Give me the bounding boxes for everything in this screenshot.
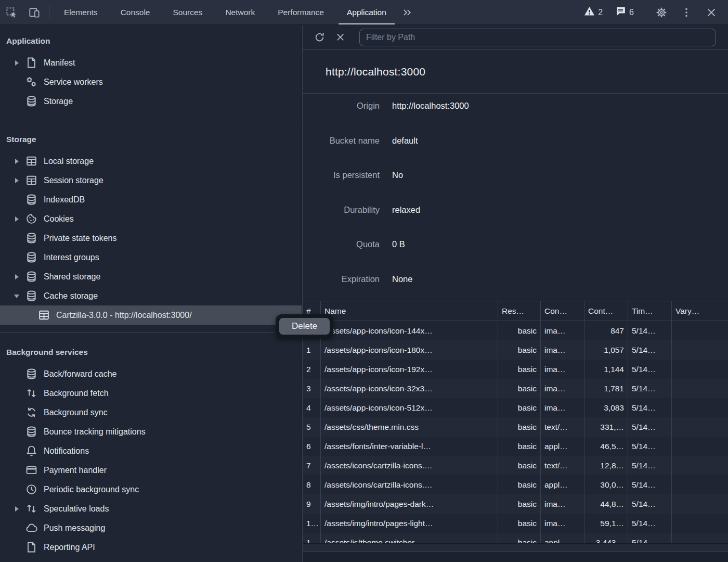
tree-item[interactable]: Payment handler <box>0 461 302 480</box>
column-header-name[interactable]: Name <box>320 301 498 321</box>
tree-item[interactable]: Manifest <box>0 53 302 72</box>
settings-button[interactable] <box>650 7 673 18</box>
panel-tab[interactable]: Sources <box>162 0 214 24</box>
messages-badge[interactable]: 6 <box>610 6 639 19</box>
tree-item[interactable]: Private state tokens <box>0 228 302 248</box>
panel-tab[interactable]: Elements <box>53 0 109 24</box>
column-header-content-type[interactable]: Con… <box>540 301 584 321</box>
filter-by-path-input[interactable] <box>359 29 716 46</box>
cache-entry-row[interactable]: 7 /assets/icons/cartzilla-icons.… basic … <box>303 456 728 475</box>
tree-item[interactable]: Local storage <box>0 151 302 171</box>
tree-item-label: Storage <box>44 97 73 106</box>
expander-icon[interactable] <box>12 157 21 165</box>
cache-entry-row[interactable]: 2 /assets/app-icons/icon-192x… basic ima… <box>303 360 728 379</box>
tree-item[interactable]: Reporting API <box>0 538 302 557</box>
cache-entry-row[interactable]: 5 /assets/css/theme.min.css basic text/…… <box>303 417 728 437</box>
expander-icon[interactable] <box>12 215 21 223</box>
context-menu: Delete <box>276 314 333 338</box>
expander-icon[interactable] <box>12 234 21 242</box>
cache-entry-row[interactable]: 1… /assets/img/intro/pages-light… basic … <box>303 514 728 533</box>
expander-icon[interactable] <box>12 59 21 67</box>
application-sidebar: Application Manifest Service workers <box>0 25 302 562</box>
cell-num: 4 <box>303 398 320 417</box>
expander-icon[interactable] <box>12 97 21 106</box>
expander-icon[interactable] <box>12 466 21 475</box>
inspect-element-button[interactable] <box>0 0 23 24</box>
meta-value: relaxed <box>392 203 728 216</box>
cache-entry-row[interactable]: 8 /assets/icons/cartzilla-icons.… basic … <box>303 475 728 494</box>
tree-item[interactable]: Interest groups <box>0 248 302 267</box>
cell-time-cached: 5/14… <box>628 533 671 543</box>
meta-label: Is persistent <box>303 168 380 182</box>
tree-item[interactable]: Speculative loads <box>0 499 302 518</box>
close-devtools-button[interactable] <box>700 7 723 18</box>
refresh-button[interactable] <box>310 29 328 46</box>
expander-icon[interactable] <box>12 273 21 281</box>
cell-content-type: ima… <box>540 514 584 533</box>
cell-name: /assets/app-icons/icon-32x3… <box>320 379 498 398</box>
expander-icon[interactable] <box>12 292 21 300</box>
tree-item[interactable]: Storage <box>0 92 302 111</box>
cell-response-type: basic <box>498 417 540 437</box>
cell-num: 1… <box>303 514 320 533</box>
tree-item[interactable]: Bounce tracking mitigations <box>0 422 302 441</box>
cache-entry-row[interactable]: 3 /assets/app-icons/icon-32x3… basic ima… <box>303 379 728 398</box>
expander-icon[interactable] <box>12 176 21 185</box>
cell-content-type: text/… <box>540 456 584 475</box>
device-toolbar-button[interactable] <box>23 0 46 24</box>
menu-button[interactable] <box>675 7 698 18</box>
expander-icon[interactable] <box>12 389 21 398</box>
warnings-badge[interactable]: 2 <box>579 6 608 19</box>
expander-icon[interactable] <box>12 78 21 86</box>
tree-item[interactable]: Periodic background sync <box>0 480 302 499</box>
panel-tab[interactable]: Performance <box>266 0 335 24</box>
cache-entry-row[interactable]: 1 /assets/app-icons/icon-180x… basic ima… <box>303 340 728 360</box>
tree-item[interactable]: Cartzilla-3.0.0 - http://localhost:3000/ <box>0 305 302 325</box>
cell-content-length: 1,781 <box>584 379 628 398</box>
panel-tab[interactable]: Console <box>109 0 162 24</box>
expander-icon[interactable] <box>25 311 33 320</box>
tree-item[interactable]: Background fetch <box>0 384 302 403</box>
expander-icon[interactable] <box>12 196 21 204</box>
expander-icon[interactable] <box>12 408 21 417</box>
cell-time-cached: 5/14… <box>628 494 671 514</box>
cache-entry-row[interactable]: 9 /assets/img/intro/pages-dark… basic im… <box>303 494 728 514</box>
tree-item[interactable]: IndexedDB <box>0 190 302 209</box>
meta-label: Durability <box>303 203 380 216</box>
expander-icon[interactable] <box>12 253 21 262</box>
horizontal-scrollbar[interactable] <box>303 543 728 552</box>
tree-item[interactable]: Push messaging <box>0 518 302 538</box>
expander-icon[interactable] <box>12 543 21 552</box>
cache-entry-row[interactable]: 0 /assets/app-icons/icon-144x… basic ima… <box>303 321 728 340</box>
column-header-time-cached[interactable]: Tim… <box>628 301 671 321</box>
panel-tab[interactable]: Network <box>214 0 266 24</box>
tree-item[interactable]: Cache storage <box>0 286 302 305</box>
cache-entry-row[interactable]: 1… /assets/js/theme.switcher… basic appl… <box>303 533 728 543</box>
tree-item[interactable]: Background sync <box>0 403 302 422</box>
cell-response-type: basic <box>498 494 540 514</box>
expander-icon[interactable] <box>12 447 21 455</box>
delete-menu-item[interactable]: Delete <box>279 318 330 335</box>
tree-item[interactable]: Back/forward cache <box>0 364 302 384</box>
expander-icon[interactable] <box>12 370 21 378</box>
column-header-content-length[interactable]: Cont… <box>584 301 628 321</box>
tree-item[interactable]: Service workers <box>0 72 302 92</box>
tree-item[interactable]: Session storage <box>0 171 302 190</box>
column-header-vary[interactable]: Vary… <box>671 301 728 321</box>
expander-icon[interactable] <box>12 505 21 513</box>
tree-item[interactable]: Shared storage <box>0 267 302 286</box>
cell-time-cached: 5/14… <box>628 514 671 533</box>
expander-icon[interactable] <box>12 486 21 494</box>
tree-item[interactable]: Cookies <box>0 209 302 228</box>
more-tabs-button[interactable] <box>398 0 417 24</box>
expander-icon[interactable] <box>12 524 21 532</box>
expander-icon[interactable] <box>12 428 21 436</box>
cache-entry-row[interactable]: 6 /assets/fonts/inter-variable-l… basic … <box>303 437 728 456</box>
column-header-response-type[interactable]: Res… <box>498 301 540 321</box>
database-icon <box>25 426 37 438</box>
tree-item[interactable]: Notifications <box>0 441 302 461</box>
panel-tab[interactable]: Application <box>335 0 398 24</box>
delete-selected-button[interactable] <box>331 29 349 46</box>
cache-entry-row[interactable]: 4 /assets/app-icons/icon-512x… basic ima… <box>303 398 728 417</box>
cell-response-type: basic <box>498 340 540 360</box>
